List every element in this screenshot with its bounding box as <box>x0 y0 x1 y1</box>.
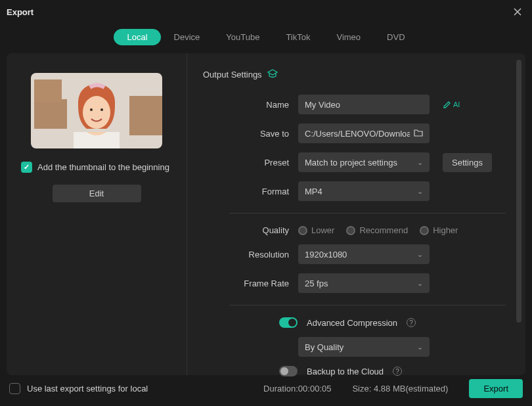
quality-lower-radio[interactable]: Lower <box>298 225 334 235</box>
quality-label: Quality <box>203 225 298 235</box>
duration-info: Duration:00:00:05 <box>263 384 331 394</box>
resolution-label: Resolution <box>203 250 298 259</box>
radio-icon <box>346 226 355 235</box>
saveto-field[interactable]: C:/Users/LENOVO/Downloads <box>298 124 430 143</box>
format-label: Format <box>203 187 298 196</box>
resolution-select[interactable]: 1920x1080 ⌄ <box>298 244 430 264</box>
footer: Use last export settings for local Durat… <box>0 375 532 401</box>
divider <box>229 213 506 214</box>
thumbnail-checkbox[interactable]: ✓ <box>21 162 32 173</box>
svg-point-7 <box>100 108 103 111</box>
preset-select[interactable]: Match to project settings ⌄ <box>298 152 430 172</box>
format-select[interactable]: MP4 ⌄ <box>298 181 430 201</box>
radio-icon <box>420 226 429 235</box>
framerate-label: Frame Rate <box>203 279 298 288</box>
chevron-down-icon: ⌄ <box>417 250 423 259</box>
window-title: Export <box>7 7 33 17</box>
quality-lower-label: Lower <box>311 225 334 235</box>
scrollbar[interactable] <box>516 60 521 323</box>
output-settings-title: Output Settings <box>203 70 262 79</box>
tab-youtube[interactable]: YouTube <box>213 29 273 45</box>
help-icon[interactable]: ? <box>407 318 416 327</box>
format-value: MP4 <box>305 187 322 196</box>
chevron-down-icon: ⌄ <box>417 279 423 288</box>
svg-rect-1 <box>34 99 67 129</box>
name-input[interactable]: My Video <box>298 95 430 114</box>
svg-rect-2 <box>34 79 62 102</box>
folder-icon[interactable] <box>414 129 423 139</box>
tab-local[interactable]: Local <box>114 29 160 45</box>
tabs-bar: Local Device YouTube TikTok Vimeo DVD <box>0 24 532 53</box>
right-panel: Output Settings Name My Video AI Save to… <box>187 53 525 375</box>
framerate-select[interactable]: 25 fps ⌄ <box>298 273 430 293</box>
chevron-down-icon: ⌄ <box>417 187 423 196</box>
divider <box>229 305 506 305</box>
thumbnail-preview <box>31 73 162 148</box>
graduation-cap-icon[interactable] <box>267 69 278 80</box>
quality-recommend-label: Recommend <box>359 225 408 235</box>
preset-value: Match to project settings <box>305 158 397 168</box>
resolution-value: 1920x1080 <box>305 250 347 259</box>
framerate-value: 25 fps <box>305 279 328 288</box>
preset-label: Preset <box>203 158 298 168</box>
chevron-down-icon: ⌄ <box>417 158 423 167</box>
quality-higher-radio[interactable]: Higher <box>420 225 458 235</box>
close-icon <box>514 8 521 16</box>
compression-mode-select[interactable]: By Quality ⌄ <box>298 337 430 357</box>
svg-point-5 <box>83 96 110 129</box>
saveto-value: C:/Users/LENOVO/Downloads <box>305 129 410 139</box>
saveto-label: Save to <box>203 129 298 139</box>
close-button[interactable] <box>510 4 525 20</box>
svg-rect-3 <box>129 96 162 135</box>
use-last-settings-label: Use last export settings for local <box>27 384 148 394</box>
tab-vimeo[interactable]: Vimeo <box>323 29 374 45</box>
svg-point-6 <box>90 108 93 111</box>
compression-mode-value: By Quality <box>305 342 344 352</box>
backup-cloud-label: Backup to the Cloud <box>307 367 384 376</box>
tab-dvd[interactable]: DVD <box>374 29 418 45</box>
thumbnail-checkbox-label: Add the thumbnail to the beginning <box>37 162 169 172</box>
tab-tiktok[interactable]: TikTok <box>273 29 323 45</box>
chevron-down-icon: ⌄ <box>417 343 423 351</box>
quality-higher-label: Higher <box>433 225 458 235</box>
tab-device[interactable]: Device <box>161 29 213 45</box>
backup-cloud-toggle[interactable] <box>279 366 298 376</box>
export-button[interactable]: Export <box>469 379 523 398</box>
use-last-settings-checkbox[interactable] <box>9 383 20 394</box>
name-label: Name <box>203 100 298 110</box>
ai-rename-icon[interactable]: AI <box>443 100 460 109</box>
name-value: My Video <box>305 100 340 110</box>
settings-button[interactable]: Settings <box>443 153 492 172</box>
advanced-compression-toggle[interactable] <box>279 317 298 328</box>
size-info: Size: 4.88 MB(estimated) <box>352 384 448 394</box>
advanced-compression-label: Advanced Compression <box>307 318 397 328</box>
help-icon[interactable]: ? <box>393 367 402 376</box>
quality-recommend-radio[interactable]: Recommend <box>346 225 408 235</box>
left-panel: ✓ Add the thumbnail to the beginning Edi… <box>7 53 187 375</box>
edit-button[interactable]: Edit <box>53 185 141 202</box>
radio-icon <box>298 226 307 235</box>
